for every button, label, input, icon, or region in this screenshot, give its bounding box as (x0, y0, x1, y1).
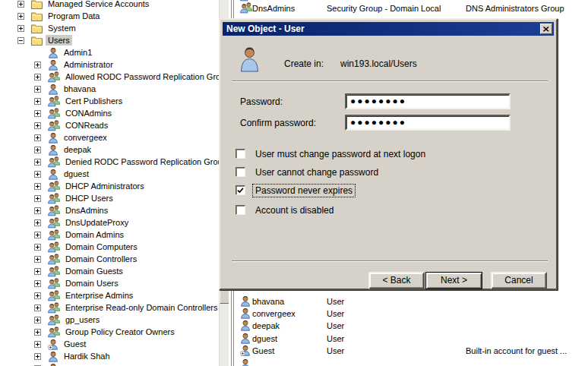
tree-item-label[interactable]: Managed Service Accounts (46, 0, 151, 9)
tree-item-label[interactable]: gp_users (63, 314, 102, 325)
tree-item-dnsupdateproxy[interactable]: DnsUpdateProxy (34, 216, 131, 229)
tree-item-hardik-shah[interactable]: Hardik Shah (34, 350, 112, 362)
checkbox-label[interactable]: Account is disabled (253, 204, 336, 216)
password-never-expires-checkbox[interactable]: Password never expires (236, 185, 355, 196)
tree-item-label[interactable]: Program Data (46, 11, 102, 21)
tree-item-label[interactable]: Domain Users (63, 278, 121, 289)
list-row-bhavana[interactable]: bhavanaUser (235, 295, 588, 308)
tree-item-deepak[interactable]: deepak (34, 144, 93, 156)
user-must-change-password-checkbox[interactable]: User must change password at next logon (236, 148, 428, 159)
expand-icon[interactable] (34, 280, 41, 287)
checkbox-label[interactable]: User cannot change password (253, 166, 381, 178)
expand-icon[interactable] (34, 134, 41, 141)
tree-item-label[interactable]: Domain Admins (63, 229, 126, 240)
tree-item-label[interactable]: Guest (62, 339, 88, 349)
checkbox-unchecked-icon[interactable] (236, 205, 245, 215)
tree-item-label[interactable]: CONAdmins (63, 108, 114, 118)
tree-item-label[interactable]: DnsAdmins (63, 205, 110, 216)
tree-item-label[interactable]: Enterprise Admins (63, 290, 135, 301)
tree-item-domain-guests[interactable]: Domain Guests (34, 265, 125, 277)
user-cannot-change-password-checkbox[interactable]: User cannot change password (236, 166, 381, 178)
expand-icon[interactable] (34, 317, 41, 323)
list-row-guest[interactable]: GuestUserBuilt-in account for guest ... (235, 345, 588, 357)
password-input[interactable]: ●●●●●●●● (345, 93, 511, 109)
close-icon[interactable] (540, 24, 552, 34)
checkbox-label[interactable]: User must change password at next logon (253, 148, 428, 160)
tree-item-group-policy-creator-owners[interactable]: Group Policy Creator Owners (34, 326, 177, 338)
list-row-dguest[interactable]: dguestUser (235, 333, 588, 345)
next-button[interactable]: Next > (425, 272, 482, 289)
checkbox-unchecked-icon[interactable] (236, 167, 245, 177)
tree-item-domain-controllers[interactable]: Domain Controllers (34, 253, 139, 265)
tree-item-label[interactable]: Users (46, 35, 72, 46)
tree-item-domain-users[interactable]: Domain Users (34, 277, 121, 289)
tree-item-label[interactable]: CONReads (63, 120, 110, 131)
confirm-password-input[interactable]: ●●●●●●●● (345, 115, 511, 131)
expand-icon[interactable] (34, 159, 41, 166)
expand-icon[interactable] (34, 268, 41, 275)
tree-item-label[interactable]: Group Policy Creator Owners (63, 327, 177, 337)
dialog-titlebar[interactable]: New Object - User (223, 22, 554, 36)
expand-icon[interactable] (17, 1, 24, 8)
tree-item-enterprise-read-only-domain-controllers[interactable]: Enterprise Read-only Domain Controllers (34, 301, 219, 314)
expand-icon[interactable] (34, 98, 41, 105)
tree-item-guest[interactable]: Guest (34, 338, 88, 350)
expand-icon[interactable] (34, 341, 41, 348)
account-is-disabled-checkbox[interactable]: Account is disabled (236, 204, 336, 216)
tree-item-label[interactable]: dguest (62, 169, 91, 179)
tree-item-label[interactable]: System (46, 23, 78, 33)
expand-icon[interactable] (34, 171, 41, 178)
tree-item-managed-service-accounts[interactable]: Managed Service Accounts (17, 0, 151, 10)
expand-icon[interactable] (34, 74, 41, 80)
tree-item-label[interactable]: Cert Publishers (63, 96, 125, 106)
tree-item-label[interactable]: Enterprise Read-only Domain Controllers (63, 302, 219, 313)
expand-icon[interactable] (34, 110, 41, 117)
expand-icon[interactable] (34, 353, 41, 360)
tree-item-allowed-rodc-password-replication-group[interactable]: Allowed RODC Password Replication Group (34, 71, 219, 83)
tree-item-label[interactable]: Domain Controllers (63, 254, 139, 264)
tree-item-label[interactable]: DnsUpdateProxy (63, 217, 131, 228)
tree-item-dguest[interactable]: dguest (34, 168, 91, 180)
expand-icon[interactable] (34, 292, 41, 299)
tree-item-domain-computers[interactable]: Domain Computers (34, 241, 140, 253)
tree-item-dhcp-users[interactable]: DHCP Users (34, 192, 115, 204)
expand-icon[interactable] (34, 147, 41, 153)
tree-item-label[interactable]: Domain Computers (63, 241, 140, 252)
expand-icon[interactable] (17, 13, 24, 20)
tree-item-label[interactable]: deepak (62, 144, 93, 155)
tree-item-cert-publishers[interactable]: Cert Publishers (34, 95, 125, 107)
list-row[interactable] (235, 358, 588, 366)
tree-item-denied-rodc-password-replication-group[interactable]: Denied RODC Password Replication Group (34, 156, 219, 168)
tree-item-conreads[interactable]: CONReads (34, 119, 110, 131)
expand-icon[interactable] (34, 207, 41, 214)
back-button[interactable]: < Back (368, 272, 425, 289)
tree-item-convergeex[interactable]: convergeex (34, 131, 109, 144)
checkbox-unchecked-icon[interactable] (236, 149, 245, 159)
expand-icon[interactable] (34, 183, 41, 190)
collapse-icon[interactable] (17, 37, 24, 44)
expand-icon[interactable] (34, 195, 41, 202)
expand-icon[interactable] (34, 62, 41, 68)
list-row-dnsadmins[interactable]: DnsAdminsSecurity Group - Domain LocalDN… (235, 2, 588, 14)
tree-item-admin1[interactable]: Admin1 (34, 46, 94, 58)
list-row-deepak[interactable]: deepakUser (235, 320, 588, 332)
tree-item-program-data[interactable]: Program Data (17, 10, 102, 22)
tree-item-domain-admins[interactable]: Domain Admins (34, 229, 126, 241)
tree-item[interactable] (34, 362, 66, 366)
tree-item-label[interactable]: Administrator (62, 59, 115, 70)
tree-item-label[interactable]: Denied RODC Password Replication Group (63, 156, 219, 167)
tree-item-administrator[interactable]: Administrator (34, 58, 115, 71)
list-row-convergeex[interactable]: convergeexUser (235, 308, 588, 320)
tree-item-gp-users[interactable]: gp_users (34, 314, 102, 326)
tree-item-label[interactable]: DHCP Administrators (63, 181, 147, 191)
expand-icon[interactable] (17, 25, 24, 32)
tree-item-users[interactable]: Users (17, 34, 72, 46)
tree-item-enterprise-admins[interactable]: Enterprise Admins (34, 289, 135, 301)
checkbox-label[interactable]: Password never expires (253, 185, 355, 197)
checkbox-checked-icon[interactable] (236, 185, 245, 195)
expand-icon[interactable] (34, 122, 41, 129)
tree-item-label[interactable]: Admin1 (62, 47, 94, 58)
expand-icon[interactable] (34, 86, 41, 93)
tree-item-label[interactable]: convergeex (62, 132, 109, 143)
expand-icon[interactable] (34, 219, 41, 226)
